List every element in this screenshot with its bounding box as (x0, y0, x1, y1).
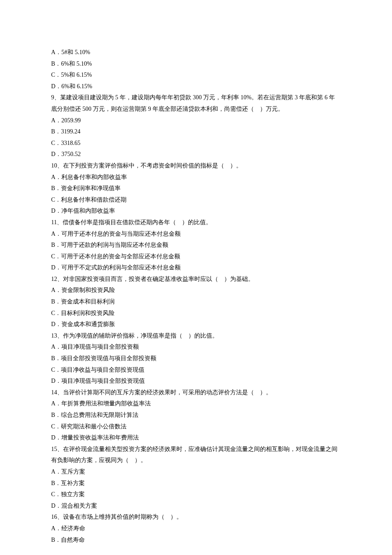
text-line: A．互斥方案 (51, 466, 341, 478)
text-line: B．自然寿命 (51, 535, 341, 546)
text-line: A．资金限制和投资风险 (51, 285, 341, 296)
text-line: 16、设备在市场上维持其价值的时期称为（ ）。 (51, 512, 341, 523)
text-line: C．研究期法和最小公倍数法 (51, 421, 341, 433)
text-line: D．可用于不定式款的利润与全部应还本付息金额 (51, 262, 341, 274)
text-line: D．混合相关方案 (51, 500, 341, 512)
text-line: A．2059.99 (51, 115, 341, 127)
text-line: B．6%和 5.10% (51, 58, 341, 70)
text-line: 13、作为净现值的辅助评价指标，净现值率是指（ ）的比值。 (51, 330, 341, 342)
text-line: C．利息备付率和借款偿还期 (51, 194, 341, 206)
text-line: B．资金成本和目标利润 (51, 296, 341, 308)
text-line: D．3750.52 (51, 149, 341, 160)
document-content: A．5#和 5.10% B．6%和 5.10% C．5%和 6.15% D．6%… (51, 47, 341, 546)
text-line: D．项目净现值与项目全部投资现值 (51, 376, 341, 387)
text-line: B．综合总费用法和无限期计算法 (51, 410, 341, 421)
text-line: 11、偿债备付率是指项目在借款偿还期内各年（ ）的比值。 (51, 217, 341, 228)
text-line: B．互补方案 (51, 478, 341, 489)
text-line: D．6%和 6.15% (51, 81, 341, 92)
text-line: A．年折算费用法和增量内部收益率法 (51, 398, 341, 410)
text-line: 10、在下列投资方案评价指标中，不考虑资金时间价值的指标是（ ）。 (51, 160, 341, 172)
text-line: C．目标利润和投资风险 (51, 308, 341, 319)
text-line: C．独立方案 (51, 489, 341, 500)
text-line: A．项目净现值与项目全部投资额 (51, 341, 341, 353)
text-line: A．利息备付率和内部收益率 (51, 172, 341, 183)
text-line: 9、某建设项目建设期为 5 年，建设期内每年年初贷款 300 万元，年利率 10… (51, 92, 341, 115)
text-line: B．项目全部投资现值与项目全部投资额 (51, 353, 341, 364)
text-line: C．项目净收益与项目全部投资现值 (51, 364, 341, 376)
text-line: A．可用于还本付息的资金与当期应还本付息金额 (51, 228, 341, 240)
text-line: D．资金成本和通货膨胀 (51, 319, 341, 330)
text-line: B．3199.24 (51, 126, 341, 138)
text-line: D．增量投资收益率法和年费用法 (51, 432, 341, 444)
text-line: D．净年值和内部收益率 (51, 205, 341, 217)
text-line: B．可用于还款的利润与当期应还本付息金额 (51, 240, 341, 251)
text-line: C．可用于还本付息的资金与全部应还本付息金额 (51, 251, 341, 263)
text-line: 15、在评价现金流量相关型投资方案的经济效果时，应准确估计其现金流量之间的相互影… (51, 444, 341, 466)
text-line: C．3318.65 (51, 138, 341, 149)
text-line: 14、当评价计算期不同的互斥方案的经济效果时，可采用的动态评价方法是（ ）。 (51, 387, 341, 399)
text-line: A．经济寿命 (51, 523, 341, 535)
text-line: A．5#和 5.10% (51, 47, 341, 58)
text-line: B．资金利润率和净现值率 (51, 183, 341, 194)
text-line: 12、对非国家投资项目而言，投资者在确定基准收益率时应以（ ）为基础。 (51, 274, 341, 285)
text-line: C．5%和 6.15% (51, 69, 341, 81)
